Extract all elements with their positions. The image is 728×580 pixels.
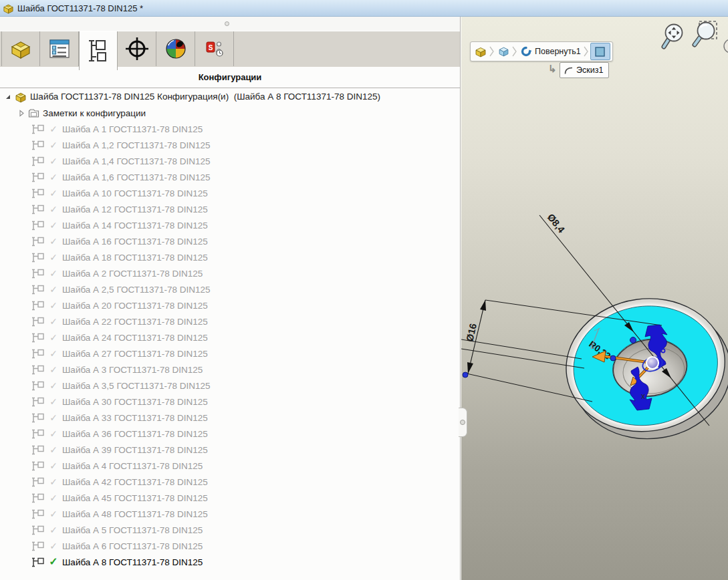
configuration-icon (31, 317, 45, 327)
config-row[interactable]: ✓ Шайба А 12 ГОСТ11371-78 DIN125 (0, 201, 460, 217)
config-row[interactable]: ✓ Шайба А 20 ГОСТ11371-78 DIN125 (0, 297, 460, 313)
dimension-outer-diameter[interactable]: Ø16 (463, 300, 486, 378)
splitter-dot-icon (460, 420, 465, 425)
check-icon: ✓ (48, 188, 59, 198)
config-label: Шайба А 12 ГОСТ11371-78 DIN125 (62, 204, 208, 214)
tab-display-manager[interactable] (156, 31, 195, 66)
config-row[interactable]: ✓ Шайба А 18 ГОСТ11371-78 DIN125 (0, 249, 460, 265)
config-label: Шайба А 1,2 ГОСТ11371-78 DIN125 (62, 140, 211, 150)
tab-configuration-manager[interactable] (79, 31, 118, 70)
manager-tab-bar: S (0, 31, 460, 67)
check-icon: ✓ (48, 381, 59, 390)
check-icon: ✓ (48, 237, 59, 246)
configuration-icon (31, 429, 45, 439)
configuration-icon (31, 477, 45, 487)
panel-splitter-bar[interactable] (0, 17, 460, 31)
config-label: Шайба А 5 ГОСТ11371-78 DIN125 (62, 525, 203, 535)
manipulator-center-sphere[interactable] (646, 357, 658, 369)
breadcrumb-feature-label[interactable]: Повернуть1 (535, 47, 581, 56)
notes-label: Заметки к конфигурации (43, 108, 146, 118)
check-icon: ✓ (48, 557, 59, 567)
configuration-icon (31, 124, 45, 134)
config-label: Шайба А 10 ГОСТ11371-78 DIN125 (62, 188, 208, 198)
config-row[interactable]: ✓ Шайба А 3 ГОСТ11371-78 DIN125 (0, 361, 460, 378)
config-row[interactable]: ✓ Шайба А 22 ГОСТ11371-78 DIN125 (0, 313, 460, 329)
config-row[interactable]: ✓ Шайба А 1,2 ГОСТ11371-78 DIN125 (0, 137, 460, 153)
check-icon: ✓ (48, 317, 59, 326)
config-row[interactable]: ✓ Шайба А 8 ГОСТ11371-78 DIN125 (0, 554, 460, 570)
config-label: Шайба А 20 ГОСТ11371-78 DIN125 (62, 301, 208, 311)
configuration-manager-icon (87, 39, 110, 63)
config-row[interactable]: ✓ Шайба А 6 ГОСТ11371-78 DIN125 (0, 538, 460, 554)
config-label: Шайба А 3 ГОСТ11371-78 DIN125 (62, 365, 203, 375)
config-label: Шайба А 3,5 ГОСТ11371-78 DIN125 (62, 381, 211, 391)
config-row[interactable]: ✓ Шайба А 39 ГОСТ11371-78 DIN125 (0, 442, 460, 458)
expander-collapsed-icon[interactable] (18, 110, 25, 117)
configuration-icon (31, 285, 45, 295)
config-row[interactable]: ✓ Шайба А 1 ГОСТ11371-78 DIN125 (0, 121, 460, 137)
configuration-icon (31, 397, 45, 407)
check-icon: ✓ (48, 140, 59, 150)
config-row[interactable]: ✓ Шайба А 24 ГОСТ11371-78 DIN125 (0, 329, 460, 345)
tab-property-manager[interactable] (40, 31, 79, 66)
part-icon (9, 37, 32, 60)
config-row[interactable]: ✓ Шайба А 2 ГОСТ11371-78 DIN125 (0, 265, 460, 281)
tab-dimxpert-manager[interactable] (118, 31, 156, 66)
config-row[interactable]: ✓ Шайба А 30 ГОСТ11371-78 DIN125 (0, 394, 460, 410)
sketch-point[interactable] (610, 355, 616, 361)
config-row[interactable]: ✓ Шайба А 42 ГОСТ11371-78 DIN125 (0, 474, 460, 490)
config-row[interactable]: ✓ Шайба А 3,5 ГОСТ11371-78 DIN125 (0, 378, 460, 394)
configuration-icon (31, 557, 45, 567)
config-label: Шайба А 39 ГОСТ11371-78 DIN125 (62, 445, 208, 455)
config-label: Шайба А 1 ГОСТ11371-78 DIN125 (62, 124, 203, 134)
config-row[interactable]: ✓ Шайба А 48 ГОСТ11371-78 DIN125 (0, 506, 460, 522)
config-label: Шайба А 1,4 ГОСТ11371-78 DIN125 (62, 156, 211, 166)
splitter-dot-icon[interactable] (225, 21, 229, 26)
feature-manager-panel: S Конфигурации (0, 17, 461, 580)
config-row[interactable]: ✓ Шайба А 14 ГОСТ11371-78 DIN125 (0, 217, 460, 233)
check-icon: ✓ (48, 253, 59, 262)
graphics-area[interactable]: Ø8,4 Ø16 R0,22 (461, 17, 728, 580)
tree-root-row[interactable]: Шайба ГОСТ11371-78 DIN125 Конфигурация(и… (0, 88, 460, 105)
graphics-viewport[interactable]: Ø8,4 Ø16 R0,22 (461, 17, 728, 580)
config-row[interactable]: ✓ Шайба А 1,4 ГОСТ11371-78 DIN125 (0, 153, 460, 169)
check-icon: ✓ (48, 349, 59, 358)
check-icon: ✓ (48, 124, 59, 134)
window-title: Шайба ГОСТ11371-78 DIN125 * (17, 3, 143, 13)
config-row[interactable]: ✓ Шайба А 1,6 ГОСТ11371-78 DIN125 (0, 169, 460, 185)
breadcrumb-body[interactable] (495, 43, 511, 60)
config-row[interactable]: ✓ Шайба А 45 ГОСТ11371-78 DIN125 (0, 490, 460, 506)
sketch-callout[interactable]: Эскиз1 (560, 62, 609, 78)
sketch-point[interactable] (630, 337, 636, 343)
config-row[interactable]: ✓ Шайба А 27 ГОСТ11371-78 DIN125 (0, 345, 460, 361)
config-label: Шайба А 1,6 ГОСТ11371-78 DIN125 (62, 172, 211, 182)
breadcrumb-revolve-feature[interactable] (518, 43, 534, 60)
breadcrumb-sketch-selected[interactable] (590, 43, 610, 60)
check-icon: ✓ (48, 221, 59, 230)
config-row[interactable]: ✓ Шайба А 4 ГОСТ11371-78 DIN125 (0, 458, 460, 474)
sketch-contour-icon (564, 66, 574, 75)
chevron-right-icon (584, 46, 589, 57)
expander-expanded-icon[interactable] (4, 93, 11, 100)
config-row[interactable]: ✓ Шайба А 33 ГОСТ11371-78 DIN125 (0, 410, 460, 426)
tab-addins[interactable]: S (195, 31, 234, 66)
config-row[interactable]: ✓ Шайба А 2,5 ГОСТ11371-78 DIN125 (0, 281, 460, 297)
configuration-icon (31, 333, 45, 343)
panel-collapse-handle[interactable] (459, 408, 467, 437)
breadcrumb-part[interactable] (473, 43, 489, 60)
washer-model[interactable] (558, 288, 728, 450)
tree-notes-row[interactable]: Заметки к конфигурации (0, 105, 460, 121)
sustainability-icon: S (204, 39, 225, 59)
configuration-icon (31, 269, 45, 279)
tab-feature-manager[interactable] (1, 31, 40, 66)
config-row[interactable]: ✓ Шайба А 5 ГОСТ11371-78 DIN125 (0, 522, 460, 538)
config-row[interactable]: ✓ Шайба А 16 ГОСТ11371-78 DIN125 (0, 233, 460, 249)
config-label: Шайба А 30 ГОСТ11371-78 DIN125 (62, 397, 208, 407)
zoom-to-area-icon (695, 21, 717, 45)
configuration-tree: Шайба ГОСТ11371-78 DIN125 Конфигурация(и… (0, 88, 460, 580)
configuration-icon (31, 172, 45, 182)
display-manager-icon (164, 37, 187, 60)
config-label: Шайба А 2 ГОСТ11371-78 DIN125 (62, 269, 203, 279)
config-row[interactable]: ✓ Шайба А 36 ГОСТ11371-78 DIN125 (0, 426, 460, 442)
config-row[interactable]: ✓ Шайба А 10 ГОСТ11371-78 DIN125 (0, 185, 460, 201)
